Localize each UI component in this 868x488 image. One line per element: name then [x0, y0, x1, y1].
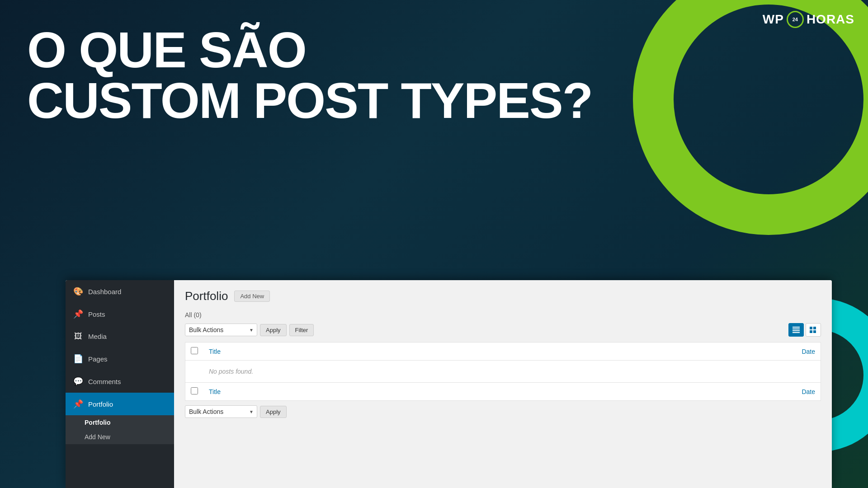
sidebar-item-portfolio[interactable]: 📌 Portfolio ◀	[66, 393, 174, 415]
headline-line2-green: CUSTOM POST TYPES	[27, 72, 562, 129]
sidebar-item-media[interactable]: 🖼 Media	[66, 325, 174, 347]
no-posts-row: No posts found.	[185, 361, 821, 383]
comments-icon: 💬	[73, 376, 84, 386]
grid-view-icon[interactable]	[806, 323, 821, 337]
sidebar-item-dashboard-label: Dashboard	[88, 288, 121, 296]
svg-rect-6	[810, 330, 812, 333]
svg-rect-1	[793, 328, 800, 329]
page-header: Portfolio Add New	[185, 289, 821, 303]
wp-main-content: Portfolio Add New All (0) Bulk Actions A…	[174, 280, 832, 488]
pages-icon: 📄	[73, 354, 84, 364]
all-count: All (0)	[185, 311, 821, 319]
all-count-value: (0)	[193, 311, 201, 319]
select-all-checkbox-top[interactable]	[191, 347, 198, 354]
svg-rect-4	[810, 327, 812, 329]
table-header-checkbox-col	[185, 343, 204, 361]
bulk-actions-select-top[interactable]: Bulk Actions	[185, 324, 257, 336]
portfolio-icon: 📌	[73, 399, 84, 409]
select-all-checkbox-bottom[interactable]	[191, 387, 198, 394]
all-count-label: All	[185, 311, 192, 319]
apply-button-top[interactable]: Apply	[260, 324, 287, 336]
bulk-actions-select-bottom-wrapper: Bulk Actions	[185, 405, 257, 418]
table-header-date: Date	[500, 343, 821, 361]
svg-rect-7	[813, 330, 816, 333]
svg-rect-5	[813, 327, 816, 329]
sidebar-item-portfolio-label: Portfolio	[88, 400, 113, 408]
sidebar-item-pages[interactable]: 📄 Pages	[66, 347, 174, 370]
no-posts-message: No posts found.	[203, 361, 821, 383]
sidebar-submenu: Portfolio Add New	[66, 415, 174, 444]
headline-question-mark: ?	[562, 72, 592, 129]
sidebar-arrow-icon: ◀	[160, 399, 167, 409]
add-new-button[interactable]: Add New	[234, 291, 270, 302]
apply-button-bottom[interactable]: Apply	[260, 406, 287, 418]
svg-rect-0	[793, 327, 800, 328]
logo-24: 24	[793, 17, 798, 22]
wp-sidebar: 🎨 Dashboard 📌 Posts 🖼 Media 📄 Pages 💬 Co…	[66, 280, 174, 488]
posts-table: Title Date No posts found. Title Date	[185, 342, 821, 401]
top-filter-bar: Bulk Actions Apply Filter	[185, 323, 821, 337]
list-view-icon[interactable]	[788, 323, 804, 337]
logo-circle: 24	[787, 11, 804, 28]
bulk-actions-select-bottom[interactable]: Bulk Actions	[185, 405, 257, 418]
headline-line1: O QUE SÃO	[27, 25, 592, 75]
wordpress-panel: 🎨 Dashboard 📌 Posts 🖼 Media 📄 Pages 💬 Co…	[66, 280, 832, 488]
sidebar-item-dashboard[interactable]: 🎨 Dashboard	[66, 280, 174, 303]
sidebar-item-posts-label: Posts	[88, 310, 105, 318]
table-bottom-header-row: Title Date	[185, 383, 821, 401]
view-icons	[788, 323, 821, 337]
headline-line2: CUSTOM POST TYPES?	[27, 75, 592, 126]
sidebar-item-comments-label: Comments	[88, 378, 121, 385]
table-header-title: Title	[203, 343, 500, 361]
media-icon: 🖼	[73, 332, 84, 341]
logo-horas: HORAS	[807, 12, 854, 27]
svg-rect-2	[793, 330, 800, 331]
table-footer-date: Date	[500, 383, 821, 401]
table-footer-checkbox-col	[185, 383, 204, 401]
dashboard-icon: 🎨	[73, 286, 84, 296]
sidebar-item-comments[interactable]: 💬 Comments	[66, 370, 174, 393]
sidebar-item-posts[interactable]: 📌 Posts	[66, 303, 174, 325]
logo-wp: WP	[763, 12, 784, 27]
page-title: Portfolio	[185, 289, 228, 303]
logo: WP 24 HORAS	[763, 11, 854, 28]
bulk-actions-select-wrapper: Bulk Actions	[185, 324, 257, 336]
sidebar-submenu-add-new[interactable]: Add New	[66, 430, 174, 444]
sidebar-item-pages-label: Pages	[88, 355, 108, 363]
filter-button[interactable]: Filter	[289, 324, 314, 336]
sidebar-submenu-portfolio[interactable]: Portfolio	[66, 415, 174, 430]
headline: O QUE SÃO CUSTOM POST TYPES?	[27, 25, 592, 126]
bottom-filter-bar: Bulk Actions Apply	[185, 405, 821, 418]
sidebar-item-media-label: Media	[88, 333, 107, 340]
posts-icon: 📌	[73, 309, 84, 319]
svg-rect-3	[793, 332, 800, 333]
no-posts-cell-check	[185, 361, 204, 383]
table-footer-title: Title	[203, 383, 500, 401]
